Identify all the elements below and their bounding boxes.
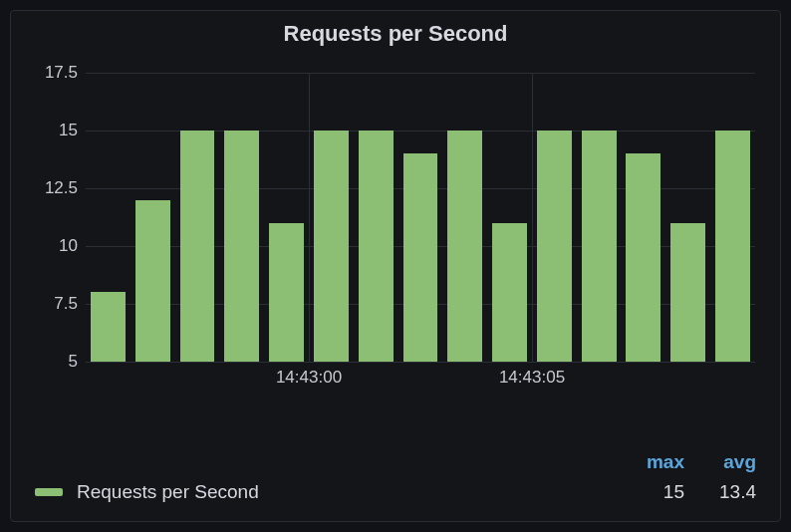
bars-container bbox=[86, 73, 755, 362]
y-axis: 57.51012.51517.5 bbox=[31, 73, 86, 362]
bar-slot bbox=[86, 73, 131, 362]
bar[interactable] bbox=[715, 131, 750, 362]
bar-slot bbox=[665, 73, 710, 362]
bar-slot bbox=[309, 73, 354, 362]
bar[interactable] bbox=[91, 292, 126, 362]
bar[interactable] bbox=[224, 131, 259, 362]
plot-region[interactable]: 57.51012.51517.5 bbox=[86, 73, 755, 362]
bar-slot bbox=[354, 73, 398, 362]
panel-title: Requests per Second bbox=[11, 11, 780, 53]
y-tick-label: 17.5 bbox=[28, 63, 78, 83]
bar-slot bbox=[622, 73, 666, 362]
bar[interactable] bbox=[269, 223, 304, 362]
x-tick-label: 14:43:05 bbox=[499, 368, 565, 388]
bar[interactable] bbox=[626, 153, 660, 362]
bar[interactable] bbox=[135, 200, 170, 362]
bar[interactable] bbox=[447, 131, 482, 362]
bar[interactable] bbox=[403, 153, 438, 362]
x-tick-label: 14:43:00 bbox=[276, 368, 342, 388]
y-tick-label: 5 bbox=[28, 352, 78, 372]
y-tick-label: 12.5 bbox=[28, 178, 78, 198]
bar[interactable] bbox=[314, 131, 349, 362]
chart-area: 57.51012.51517.5 14:43:0014:43:05 bbox=[11, 53, 780, 441]
legend-max-value: 15 bbox=[641, 481, 684, 503]
legend-avg-value: 13.4 bbox=[712, 481, 756, 503]
legend-swatch-icon bbox=[35, 488, 63, 496]
bar[interactable] bbox=[359, 131, 394, 362]
y-tick-label: 7.5 bbox=[28, 294, 78, 314]
legend-row[interactable]: Requests per Second 15 13.4 bbox=[35, 481, 756, 503]
legend-header-avg[interactable]: avg bbox=[712, 451, 756, 473]
bar-slot bbox=[264, 73, 309, 362]
legend-header-max[interactable]: max bbox=[641, 451, 684, 473]
y-tick-label: 15 bbox=[28, 121, 78, 140]
chart-panel: Requests per Second 57.51012.51517.5 14:… bbox=[10, 10, 781, 522]
bar-slot bbox=[442, 73, 487, 362]
bar[interactable] bbox=[180, 131, 215, 362]
bar-slot bbox=[532, 73, 577, 362]
bar[interactable] bbox=[582, 131, 617, 362]
x-axis: 14:43:0014:43:05 bbox=[86, 362, 755, 392]
legend-series-label: Requests per Second bbox=[77, 481, 613, 503]
bar-slot bbox=[398, 73, 443, 362]
bar-slot bbox=[577, 73, 622, 362]
bar[interactable] bbox=[670, 223, 705, 362]
bar[interactable] bbox=[537, 131, 572, 362]
legend-table: max avg Requests per Second 15 13.4 bbox=[11, 441, 780, 521]
bar-slot bbox=[175, 73, 220, 362]
bar-slot bbox=[710, 73, 755, 362]
legend-header: max avg bbox=[35, 451, 756, 481]
y-tick-label: 10 bbox=[28, 236, 78, 256]
bar-slot bbox=[219, 73, 264, 362]
bar-slot bbox=[487, 73, 532, 362]
bar-slot bbox=[131, 73, 175, 362]
bar[interactable] bbox=[492, 223, 527, 362]
